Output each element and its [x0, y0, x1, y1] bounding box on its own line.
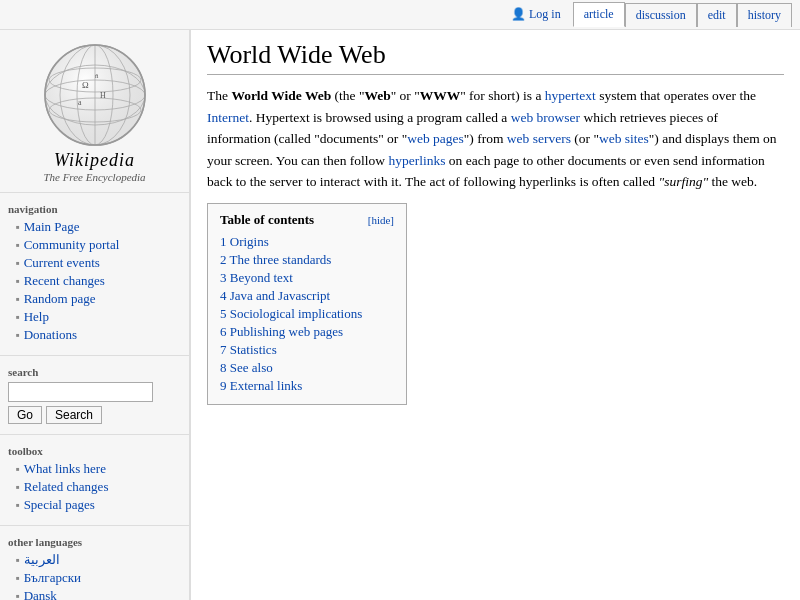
top-tabs: article discussion edit history: [573, 2, 792, 27]
search-section: search Go Search: [0, 360, 189, 430]
tab-edit[interactable]: edit: [697, 3, 737, 27]
search-input[interactable]: [8, 382, 153, 402]
svg-text:H: H: [100, 91, 106, 100]
navigation-title: navigation: [8, 203, 181, 215]
content-area: World Wide Web The World Wide Web (the "…: [190, 30, 800, 600]
navigation-list: Main Page Community portal Current event…: [8, 219, 181, 343]
toc-item-6[interactable]: 6 Publishing web pages: [220, 324, 394, 340]
lang-item-bulgarian[interactable]: Български: [16, 570, 181, 586]
lang-item-arabic[interactable]: العربية: [16, 552, 181, 568]
article-title: World Wide Web: [207, 40, 784, 75]
toc-item-8[interactable]: 8 See also: [220, 360, 394, 376]
tab-history[interactable]: history: [737, 3, 792, 27]
internet-link[interactable]: Internet: [207, 110, 249, 125]
web-browser-link[interactable]: web browser: [511, 110, 580, 125]
toc-item-4[interactable]: 4 Java and Javascript: [220, 288, 394, 304]
hypertext-link[interactable]: hypertext: [545, 88, 596, 103]
toolbox-list: What links here Related changes Special …: [8, 461, 181, 513]
tab-discussion[interactable]: discussion: [625, 3, 697, 27]
login-link[interactable]: 👤 Log in: [511, 7, 561, 22]
toc-item-9[interactable]: 9 External links: [220, 378, 394, 394]
toc-list: 1 Origins 2 The three standards 3 Beyond…: [220, 234, 394, 394]
nav-item-donations[interactable]: Donations: [16, 327, 181, 343]
toc-item-3[interactable]: 3 Beyond text: [220, 270, 394, 286]
nav-item-main-page[interactable]: Main Page: [16, 219, 181, 235]
web-pages-link[interactable]: web pages: [407, 131, 464, 146]
toc-item-5[interactable]: 5 Sociological implications: [220, 306, 394, 322]
search-button[interactable]: Search: [46, 406, 102, 424]
web-sites-link[interactable]: web sites: [599, 131, 649, 146]
toolbox-item-related-changes[interactable]: Related changes: [16, 479, 181, 495]
tab-article[interactable]: article: [573, 2, 625, 27]
hyperlinks-link[interactable]: hyperlinks: [388, 153, 445, 168]
nav-item-random-page[interactable]: Random page: [16, 291, 181, 307]
svg-text:Ω: Ω: [82, 80, 89, 90]
lang-item-danish[interactable]: Dansk: [16, 588, 181, 600]
wiki-title: Wikipedia: [5, 150, 184, 171]
nav-item-help[interactable]: Help: [16, 309, 181, 325]
toc-item-7[interactable]: 7 Statistics: [220, 342, 394, 358]
nav-item-recent-changes[interactable]: Recent changes: [16, 273, 181, 289]
toolbox-item-what-links-here[interactable]: What links here: [16, 461, 181, 477]
search-buttons: Go Search: [8, 406, 181, 424]
other-languages-section: other languages العربية Български Dansk: [0, 530, 189, 600]
toc-title: Table of contents [hide]: [220, 212, 394, 228]
nav-item-current-events[interactable]: Current events: [16, 255, 181, 271]
go-button[interactable]: Go: [8, 406, 42, 424]
logo-area: Ω H a ñ Wikipedia The Free Encyclopedia: [0, 30, 189, 188]
svg-text:a: a: [78, 98, 82, 107]
other-languages-list: العربية Български Dansk: [8, 552, 181, 600]
article-intro: The World Wide Web (the "Web" or "WWW" f…: [207, 85, 784, 193]
other-languages-title: other languages: [8, 536, 181, 548]
toc-item-2[interactable]: 2 The three standards: [220, 252, 394, 268]
toc-item-1[interactable]: 1 Origins: [220, 234, 394, 250]
toolbox-item-special-pages[interactable]: Special pages: [16, 497, 181, 513]
wiki-globe: Ω H a ñ: [40, 40, 150, 150]
web-servers-link[interactable]: web servers: [507, 131, 571, 146]
search-title: search: [8, 366, 181, 378]
toolbox-title: toolbox: [8, 445, 181, 457]
top-bar: 👤 Log in article discussion edit history: [0, 0, 800, 30]
sidebar: Ω H a ñ Wikipedia The Free Encyclopedia …: [0, 30, 190, 600]
navigation-section: navigation Main Page Community portal Cu…: [0, 197, 189, 351]
toc-hide-link[interactable]: [hide]: [368, 214, 394, 226]
nav-item-community-portal[interactable]: Community portal: [16, 237, 181, 253]
main-layout: Ω H a ñ Wikipedia The Free Encyclopedia …: [0, 30, 800, 600]
table-of-contents: Table of contents [hide] 1 Origins 2 The…: [207, 203, 407, 405]
wiki-subtitle: The Free Encyclopedia: [5, 171, 184, 183]
svg-text:ñ: ñ: [95, 72, 99, 80]
toolbox-section: toolbox What links here Related changes …: [0, 439, 189, 521]
